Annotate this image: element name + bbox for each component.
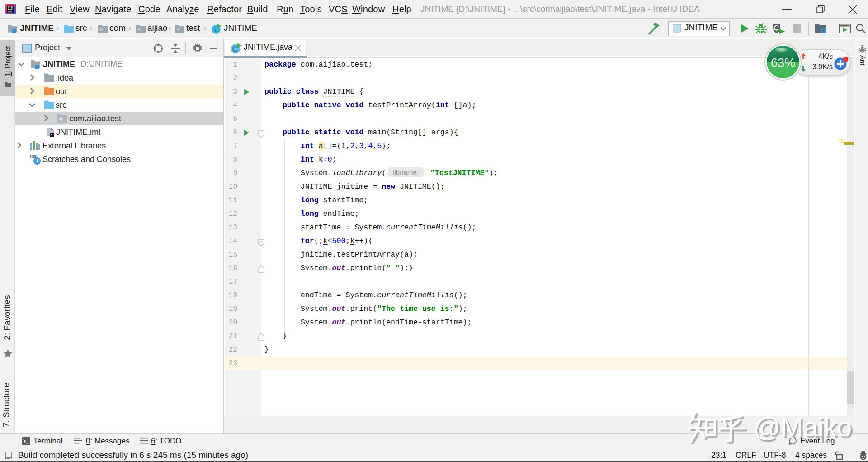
svg-text:63%: 63%	[771, 56, 795, 70]
